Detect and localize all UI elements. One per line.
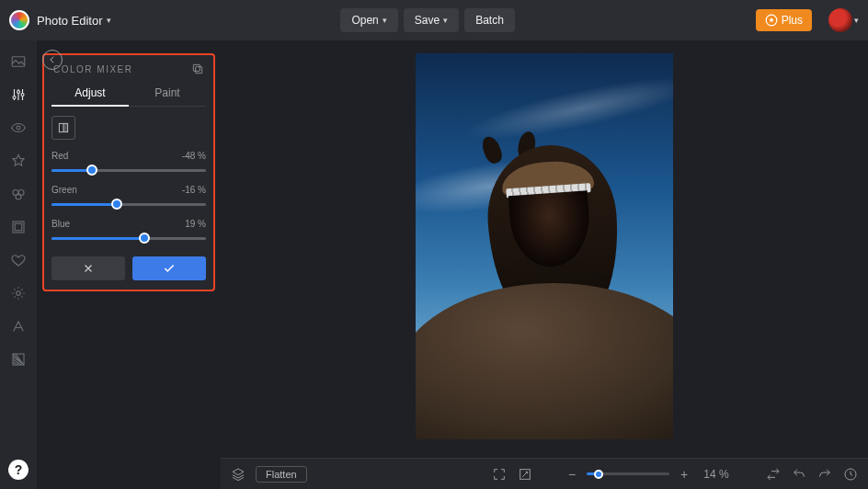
flatten-button[interactable]: Flatten [256,466,307,483]
zoom-in-button[interactable]: + [677,467,691,482]
tab-paint[interactable]: Paint [129,81,206,106]
svg-point-4 [21,94,24,97]
zoom-thumb[interactable] [594,470,603,479]
cancel-button[interactable] [51,256,125,280]
texture-tool-icon[interactable] [10,351,27,368]
canvas-viewport[interactable] [221,40,868,458]
panel-tabs: Adjust Paint [51,81,206,107]
canvas-area: Flatten − + 14 % [221,40,868,489]
zoom-slider[interactable] [587,469,669,480]
left-toolbar: ? [0,40,37,489]
open-button[interactable]: Open ▾ [340,8,397,32]
bottom-bar: Flatten − + 14 % [221,458,868,489]
apply-button[interactable] [132,256,206,280]
slider-red: Red -48 % [51,151,206,176]
slider-blue-thumb[interactable] [139,233,150,244]
effects-tool-icon[interactable] [10,186,27,202]
open-label: Open [351,14,378,27]
slider-green-value: -16 % [182,185,206,195]
heart-tool-icon[interactable] [10,252,27,268]
tab-adjust[interactable]: Adjust [51,81,129,107]
top-bar: Photo Editor ▾ Open ▾ Save ▾ Batch Plus … [0,0,868,40]
slider-red-value: -48 % [182,151,206,161]
history-icon[interactable] [842,466,859,483]
eye-tool-icon[interactable] [10,119,27,136]
app-logo [9,10,29,30]
gear-tool-icon[interactable] [10,285,27,301]
close-icon [83,263,94,274]
svg-rect-14 [193,64,200,71]
save-label: Save [415,14,440,27]
svg-rect-13 [196,67,202,74]
batch-label: Batch [475,14,504,27]
save-button[interactable]: Save ▾ [404,8,459,32]
zoom-value: 14 % [699,468,734,481]
top-button-group: Open ▾ Save ▾ Batch [340,8,514,32]
svg-rect-10 [15,223,22,231]
slider-blue-label: Blue [51,219,70,229]
panel-header: COLOR MIXER [51,61,206,81]
copy-icon[interactable] [191,63,204,75]
arrow-left-icon [48,55,57,64]
redo-icon[interactable] [817,466,833,483]
slider-green-track[interactable] [51,199,206,210]
slider-blue-track[interactable] [51,233,206,244]
sliders-tool-icon[interactable] [10,86,27,103]
undo-icon[interactable] [791,466,807,483]
main-area: ? COLOR MIXER Adjust Paint Red -48 % [0,40,868,489]
app-title-dropdown[interactable]: Photo Editor ▾ [37,14,111,28]
frame-tool-icon[interactable] [10,219,27,235]
svg-point-5 [17,126,20,130]
slider-red-track[interactable] [51,165,206,176]
compare-icon[interactable] [765,466,782,483]
slider-red-label: Red [51,151,68,161]
fit-screen-icon[interactable] [491,466,508,483]
help-button[interactable]: ? [8,460,29,480]
star-tool-icon[interactable] [10,153,27,169]
app-title-label: Photo Editor [37,14,103,28]
panel-column: COLOR MIXER Adjust Paint Red -48 % [37,40,221,489]
image-tool-icon[interactable] [10,53,27,70]
back-button[interactable] [42,50,63,70]
slider-blue: Blue 19 % [51,219,206,244]
compare-toggle[interactable] [51,116,75,140]
slider-red-thumb[interactable] [86,165,97,176]
account-menu[interactable]: ▾ [828,8,859,32]
text-tool-icon[interactable] [10,318,27,335]
color-mixer-panel: COLOR MIXER Adjust Paint Red -48 % [42,53,215,291]
layers-icon[interactable] [230,466,246,483]
svg-point-11 [17,291,21,296]
svg-point-3 [17,91,20,94]
avatar [828,8,852,32]
actual-size-icon[interactable] [517,466,533,483]
panel-title: COLOR MIXER [53,64,133,74]
slider-green: Green -16 % [51,185,206,210]
zoom-controls: − + 14 % [565,467,734,482]
split-compare-icon [57,121,70,134]
plus-label: Plus [782,14,803,27]
chevron-down-icon: ▾ [854,16,859,25]
slider-blue-value: 19 % [185,219,206,229]
chevron-down-icon: ▾ [443,16,448,25]
zoom-out-button[interactable]: − [565,467,579,482]
chevron-down-icon: ▾ [107,16,111,25]
plus-upgrade-button[interactable]: Plus [756,9,812,31]
check-icon [163,262,176,275]
svg-point-8 [16,194,21,199]
canvas-image [416,53,673,439]
svg-point-2 [13,97,16,99]
chevron-down-icon: ▾ [383,16,387,25]
batch-button[interactable]: Batch [464,8,515,32]
slider-green-thumb[interactable] [111,199,122,210]
star-circle-icon [765,14,778,27]
slider-green-label: Green [51,185,77,195]
panel-actions [51,256,206,280]
